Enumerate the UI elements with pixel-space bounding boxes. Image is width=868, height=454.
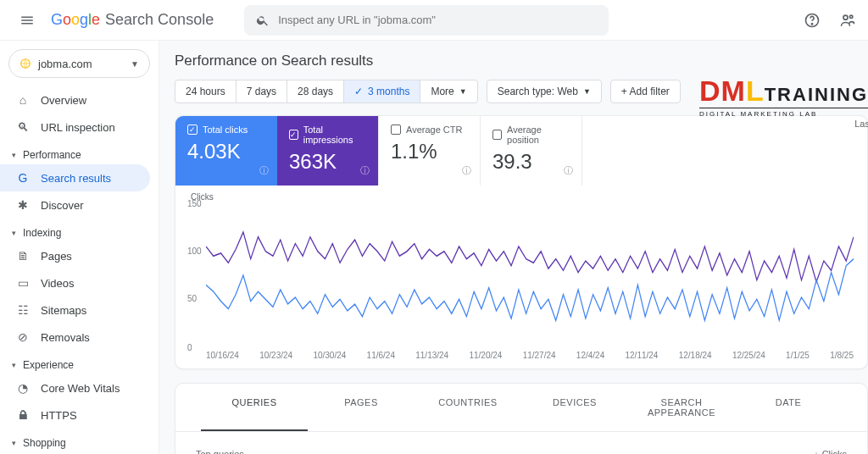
date-chip-3m[interactable]: ✓3 months — [344, 80, 420, 102]
sidebar-item-sitemaps[interactable]: ☷Sitemaps — [0, 296, 150, 324]
tab-date[interactable]: DATE — [735, 384, 842, 431]
metric-average-position[interactable]: Average position 39.3 ⓘ — [481, 116, 582, 185]
sidebar-item-url-inspection[interactable]: 🔍︎ URL inspection — [0, 114, 150, 141]
sidebar-item-pages[interactable]: 🗎Pages — [0, 242, 150, 269]
watermark-logo: DMLTRAINING DIGITAL MARKETING LAB — [699, 75, 868, 118]
help-icon[interactable]: ⓘ — [360, 164, 370, 177]
search-type-filter[interactable]: Search type: Web▼ — [487, 80, 602, 103]
globe-icon — [19, 58, 31, 69]
sidebar: jobma.com ▼ ⌂ Overview 🔍︎ URL inspection… — [0, 41, 159, 454]
sidebar-item-https[interactable]: 🔒︎HTTPS — [0, 401, 150, 429]
sidebar-item-core-web-vitals[interactable]: ◔Core Web Vitals — [0, 374, 150, 401]
product-name: Search Console — [105, 11, 214, 29]
sitemap-icon: ☷ — [15, 303, 31, 317]
search-icon — [256, 14, 270, 27]
metric-value: 363K — [289, 150, 366, 174]
account-icon[interactable] — [837, 10, 858, 30]
tab-devices[interactable]: DEVICES — [521, 384, 628, 431]
url-inspect-input[interactable] — [278, 14, 597, 26]
lock-icon: 🔒︎ — [15, 408, 31, 422]
table-header-clicks[interactable]: ↓Clicks — [814, 449, 847, 454]
date-chip-28d[interactable]: 28 days — [287, 80, 344, 102]
sidebar-item-overview[interactable]: ⌂ Overview — [0, 86, 150, 114]
property-name: jobma.com — [38, 58, 92, 70]
dimension-tabs: QUERIES PAGES COUNTRIES DEVICES SEARCH A… — [175, 384, 867, 432]
checkbox-icon — [187, 125, 198, 135]
tab-countries[interactable]: COUNTRIES — [415, 384, 521, 431]
date-chip-more[interactable]: More▼ — [420, 80, 476, 102]
sidebar-item-search-results[interactable]: G Search results — [0, 164, 150, 191]
tab-queries[interactable]: QUERIES — [201, 384, 308, 431]
home-icon: ⌂ — [15, 93, 31, 107]
sidebar-section-experience[interactable]: ▾Experience — [0, 354, 159, 374]
metric-average-ctr[interactable]: Average CTR 1.1% ⓘ — [379, 116, 481, 185]
svg-point-2 — [843, 15, 848, 19]
pages-icon: 🗎 — [15, 249, 31, 263]
tab-search-appearance[interactable]: SEARCH APPEARANCE — [628, 384, 735, 431]
sidebar-item-label: URL inspection — [41, 121, 115, 134]
checkbox-icon — [289, 130, 298, 140]
metric-value: 4.03K — [187, 140, 265, 163]
metric-value: 39.3 — [492, 150, 570, 174]
help-icon[interactable]: ⓘ — [564, 164, 573, 177]
sort-down-icon: ↓ — [814, 449, 819, 454]
last-updated-partial: Las — [854, 119, 868, 129]
tab-pages[interactable]: PAGES — [308, 384, 415, 431]
add-filter-button[interactable]: + Add filter — [610, 80, 681, 103]
metric-total-impressions[interactable]: Total impressions 363K ⓘ — [277, 116, 379, 185]
sidebar-item-videos[interactable]: ▭Videos — [0, 269, 150, 296]
help-icon[interactable]: ⓘ — [259, 164, 269, 177]
date-range-chipgroup: 24 hours 7 days 28 days ✓3 months More▼ — [175, 80, 478, 103]
svg-point-3 — [850, 15, 853, 18]
sidebar-item-label: Search results — [41, 172, 111, 185]
svg-point-1 — [811, 23, 812, 24]
performance-chart: 150 100 50 0 — [191, 203, 854, 347]
sidebar-section-performance[interactable]: ▾Performance — [0, 144, 159, 164]
chart-y-label: Clicks — [191, 192, 854, 202]
sidebar-item-label: Discover — [41, 199, 84, 212]
metric-total-clicks[interactable]: Total clicks 4.03K ⓘ — [175, 116, 277, 185]
help-icon[interactable] — [802, 10, 822, 30]
chart-x-axis: 10/16/2410/23/2410/30/2411/6/2411/13/241… — [191, 347, 854, 360]
metric-value: 1.1% — [391, 140, 468, 163]
search-icon: 🔍︎ — [15, 120, 31, 134]
video-icon: ▭ — [15, 276, 31, 290]
chevron-down-icon: ▼ — [131, 59, 139, 69]
remove-icon: ⊘ — [15, 330, 31, 344]
date-chip-24h[interactable]: 24 hours — [175, 80, 236, 102]
checkbox-icon — [492, 130, 502, 140]
app-logo: Google Search Console — [51, 11, 214, 29]
sidebar-item-discover[interactable]: ✱ Discover — [0, 191, 150, 219]
table-header-left: Top queries — [196, 449, 244, 454]
checkbox-icon — [391, 125, 401, 135]
sidebar-item-label: Overview — [41, 94, 86, 107]
help-icon[interactable]: ⓘ — [462, 164, 471, 177]
sparkle-icon: ✱ — [15, 198, 31, 212]
google-g-icon: G — [15, 171, 31, 185]
menu-icon[interactable] — [10, 3, 44, 37]
gauge-icon: ◔ — [15, 381, 31, 395]
sidebar-section-shopping[interactable]: ▾Shopping — [0, 432, 159, 452]
property-selector[interactable]: jobma.com ▼ — [8, 49, 150, 78]
sidebar-section-indexing[interactable]: ▾Indexing — [0, 222, 159, 242]
url-inspect-search[interactable] — [244, 5, 609, 36]
sidebar-item-removals[interactable]: ⊘Removals — [0, 324, 150, 351]
date-chip-7d[interactable]: 7 days — [236, 80, 287, 102]
